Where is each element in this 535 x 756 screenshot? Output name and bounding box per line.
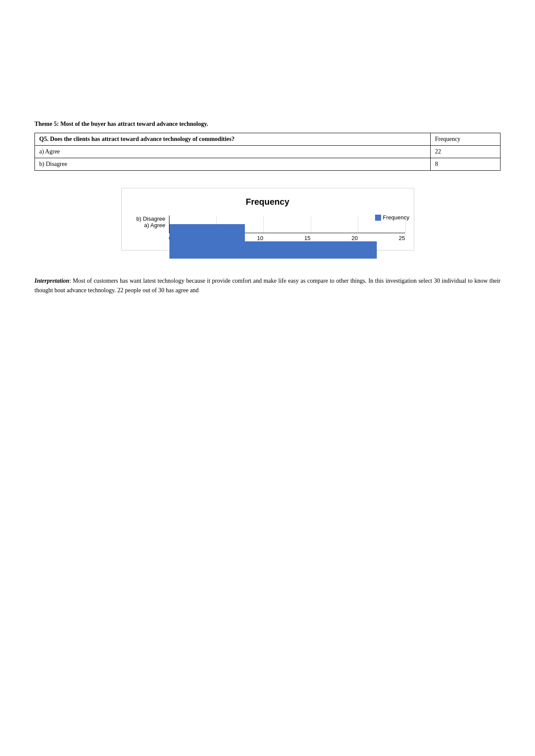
chart-y-labels: b) Disagree a) Agree: [130, 216, 169, 241]
data-table: Q5. Does the clients has attract toward …: [34, 133, 501, 171]
legend-label: Frequency: [383, 214, 409, 221]
chart-main-area: 0 5 10 15 20 25: [169, 216, 405, 241]
frequency-header: Frequency: [431, 133, 501, 146]
interpretation-label: Interpretation: [34, 278, 69, 284]
bar-chart: Frequency b) Disagree a) Agree: [121, 188, 414, 250]
chart-title: Frequency: [130, 197, 405, 207]
interpretation-paragraph: Interpretation: Most of customers has wa…: [34, 276, 501, 296]
y-label-disagree: b) Disagree: [136, 216, 165, 222]
table-question-cell: Q5. Does the clients has attract toward …: [35, 133, 431, 146]
chart-bars-area: [169, 216, 405, 233]
bar-agree: [169, 241, 377, 259]
interpretation-text: : Most of customers has want latest tech…: [34, 278, 501, 294]
bar-disagree: [169, 224, 245, 241]
bar-row-disagree: [169, 224, 405, 241]
legend-color-box: [375, 215, 381, 221]
question-text: Q5. Does the clients has attract toward …: [39, 136, 235, 142]
bars-wrapper: [169, 216, 405, 233]
y-label-agree: a) Agree: [144, 222, 165, 228]
theme-heading: Theme 5: Most of the buyer has attract t…: [34, 121, 501, 128]
table-row-disagree-label: b) Disagree: [35, 158, 431, 171]
table-row-agree-label: a) Agree: [35, 146, 431, 158]
chart-legend: Frequency: [375, 214, 409, 221]
bar-row-agree: [169, 241, 405, 259]
table-row-agree-value: 22: [431, 146, 501, 158]
table-row-disagree-value: 8: [431, 158, 501, 171]
